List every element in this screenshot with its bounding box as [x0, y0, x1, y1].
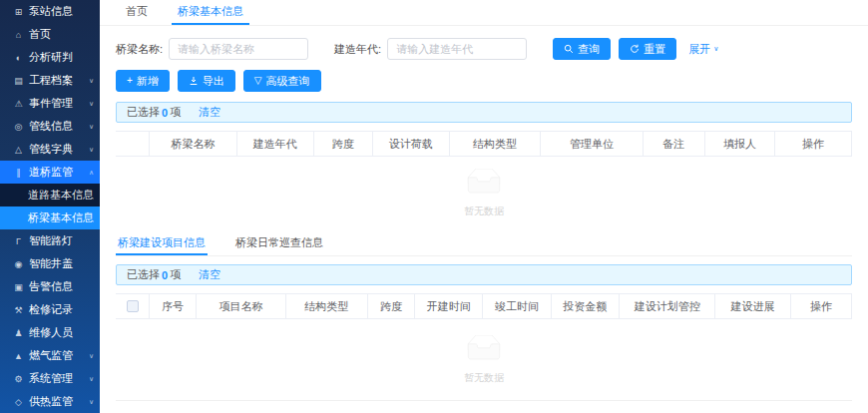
sidebar-item-maintenance-records[interactable]: ⚒ 检修记录 — [0, 298, 100, 321]
sidebar-item-road-bridge-supervision[interactable]: ∥ 道桥监管 ∧ — [0, 161, 100, 184]
chevron-down-icon: ∨ — [89, 77, 94, 84]
column-header: 跨度 — [314, 132, 373, 156]
build-era-input[interactable] — [387, 38, 527, 60]
sidebar-item-pipeline-info[interactable]: ◎ 管线信息 ∨ — [0, 115, 100, 138]
tab-bridge-daily-inspection[interactable]: 桥梁日常巡查信息 — [233, 232, 325, 255]
page-tab-bridge-basic-info[interactable]: 桥梁基本信息 — [172, 0, 249, 25]
page-tab-label: 桥梁基本信息 — [178, 4, 243, 19]
advanced-query-button-label: 高级查询 — [266, 74, 310, 89]
home-icon: ⌂ — [12, 30, 25, 40]
sidebar-item-smart-manhole[interactable]: ◉ 智能井盖 — [0, 252, 100, 275]
app-window: ⊞ 泵站信息 ⌂ 首页 ◐ 分析研判 ▤ 工程档案 ∨ ⚠ 事件管理 ∨ ◎ 管… — [0, 0, 868, 413]
export-button[interactable]: 导出 — [178, 70, 235, 92]
query-button[interactable]: 查询 — [553, 38, 611, 60]
pump-station-icon: ⊞ — [12, 7, 25, 17]
expand-link-label: 展开 — [688, 42, 710, 57]
sidebar-item-gas-supervision[interactable]: ▲ 燃气监管 ∨ — [0, 344, 100, 367]
project-table-header: 序号 项目名称 结构类型 跨度 开建时间 竣工时间 投资金额 建设计划管控 建设… — [116, 293, 852, 319]
table-toolbar: + 新增 导出 ▽ 高级查询 — [116, 70, 852, 92]
sidebar-item-label: 智能路灯 — [29, 233, 73, 248]
tab-bridge-construction-projects[interactable]: 桥梁建设项目信息 — [116, 232, 208, 255]
manhole-icon: ◉ — [12, 259, 25, 269]
sidebar-item-pipeline-dictionary[interactable]: △ 管线字典 ∨ — [0, 138, 100, 161]
sidebar-item-label: 道桥监管 — [29, 165, 73, 180]
sidebar-subitem-label: 道路基本信息 — [28, 188, 94, 203]
selection-bar-2: 已选择 0 项 清空 — [116, 264, 852, 285]
sidebar-item-smart-streetlight[interactable]: Γ 智能路灯 — [0, 229, 100, 252]
sidebar-item-heating-supervision[interactable]: ◇ 供热监管 ∨ — [0, 390, 100, 413]
column-header: 桥梁名称 — [150, 132, 237, 156]
page-tab-bar: 首页 桥梁基本信息 — [100, 0, 868, 26]
pipeline-dictionary-icon: △ — [12, 145, 25, 155]
refresh-icon — [630, 44, 640, 54]
sidebar-subitem-bridge-basic-info[interactable]: 桥梁基本信息 — [0, 206, 100, 229]
empty-state: 暂无数据 — [116, 157, 852, 230]
detail-tab-bar: 桥梁建设项目信息 桥梁日常巡查信息 — [116, 232, 852, 256]
sidebar-item-label: 检修记录 — [29, 302, 73, 317]
build-era-label: 建造年代: — [334, 42, 381, 57]
column-header: 开建时间 — [415, 294, 483, 318]
selection-column-header — [116, 132, 150, 156]
column-header: 设计荷载 — [373, 132, 450, 156]
export-button-label: 导出 — [203, 74, 224, 89]
tab-label: 桥梁日常巡查信息 — [235, 235, 323, 250]
chevron-down-icon: ∨ — [713, 45, 718, 53]
expand-link[interactable]: 展开 ∨ — [688, 42, 718, 57]
chevron-down-icon: ∨ — [89, 352, 94, 359]
sidebar-item-home[interactable]: ⌂ 首页 — [0, 23, 100, 46]
add-button[interactable]: + 新增 — [116, 70, 170, 92]
column-header: 建造年代 — [237, 132, 314, 156]
column-header: 建设进展 — [715, 294, 790, 318]
bridge-table-header: 桥梁名称 建造年代 跨度 设计荷载 结构类型 管理单位 备注 填报人 操作 — [116, 131, 852, 157]
sidebar-item-engineering-archive[interactable]: ▤ 工程档案 ∨ — [0, 69, 100, 92]
search-form: 桥梁名称: 建造年代: 查询 重置 — [116, 38, 852, 60]
sidebar-item-system-management[interactable]: ⚙ 系统管理 ∨ — [0, 367, 100, 390]
pipeline-info-icon: ◎ — [12, 122, 25, 132]
person-icon: ♟ — [12, 328, 25, 338]
tools-icon: ⚒ — [12, 305, 25, 315]
selection-column-header — [116, 294, 150, 318]
clear-selection-link[interactable]: 清空 — [199, 267, 220, 282]
selection-prefix: 已选择 — [127, 105, 160, 120]
sidebar-item-event-management[interactable]: ⚠ 事件管理 ∨ — [0, 92, 100, 115]
sidebar-item-label: 管线字典 — [29, 142, 73, 157]
empty-box-icon — [462, 335, 506, 367]
page-tab-home[interactable]: 首页 — [120, 0, 154, 25]
clear-selection-link[interactable]: 清空 — [199, 105, 220, 120]
selection-suffix: 项 — [170, 105, 181, 120]
sidebar-item-analysis[interactable]: ◐ 分析研判 — [0, 46, 100, 69]
column-header: 备注 — [644, 132, 706, 156]
empty-state-text: 暂无数据 — [464, 371, 504, 385]
column-header: 项目名称 — [197, 294, 285, 318]
reset-button-label: 重置 — [644, 42, 665, 57]
selection-prefix: 已选择 — [127, 267, 160, 282]
advanced-query-button[interactable]: ▽ 高级查询 — [243, 70, 321, 92]
sidebar-item-label: 泵站信息 — [29, 4, 73, 19]
reset-button[interactable]: 重置 — [619, 38, 676, 60]
search-icon — [564, 44, 574, 54]
page-tab-label: 首页 — [126, 4, 148, 19]
archive-icon: ▤ — [12, 76, 25, 86]
streetlight-icon: Γ — [12, 236, 25, 246]
select-all-checkbox[interactable] — [127, 300, 139, 312]
empty-box-icon — [462, 169, 506, 201]
column-header: 投资金额 — [552, 294, 620, 318]
selection-bar: 已选择 0 项 清空 — [116, 102, 852, 123]
sidebar-item-alarm-info[interactable]: ▣ 告警信息 — [0, 275, 100, 298]
bridge-name-label: 桥梁名称: — [116, 42, 163, 57]
sidebar-item-label: 维修人员 — [29, 325, 73, 340]
analysis-icon: ◐ — [12, 53, 25, 63]
column-header: 操作 — [791, 294, 852, 318]
sidebar: ⊞ 泵站信息 ⌂ 首页 ◐ 分析研判 ▤ 工程档案 ∨ ⚠ 事件管理 ∨ ◎ 管… — [0, 0, 100, 413]
content-area: 桥梁名称: 建造年代: 查询 重置 — [100, 26, 868, 401]
sidebar-item-label: 工程档案 — [29, 73, 73, 88]
chevron-down-icon: ∨ — [89, 123, 94, 130]
bridge-name-input[interactable] — [169, 38, 308, 60]
sidebar-item-label: 智能井盖 — [29, 256, 73, 271]
download-icon — [189, 76, 199, 86]
road-bridge-icon: ∥ — [12, 168, 25, 178]
sidebar-item-maintenance-staff[interactable]: ♟ 维修人员 — [0, 321, 100, 344]
sidebar-subitem-road-basic-info[interactable]: 道路基本信息 — [0, 184, 100, 206]
chevron-down-icon: ∨ — [89, 375, 94, 382]
sidebar-item-pump-station-info[interactable]: ⊞ 泵站信息 — [0, 0, 100, 23]
